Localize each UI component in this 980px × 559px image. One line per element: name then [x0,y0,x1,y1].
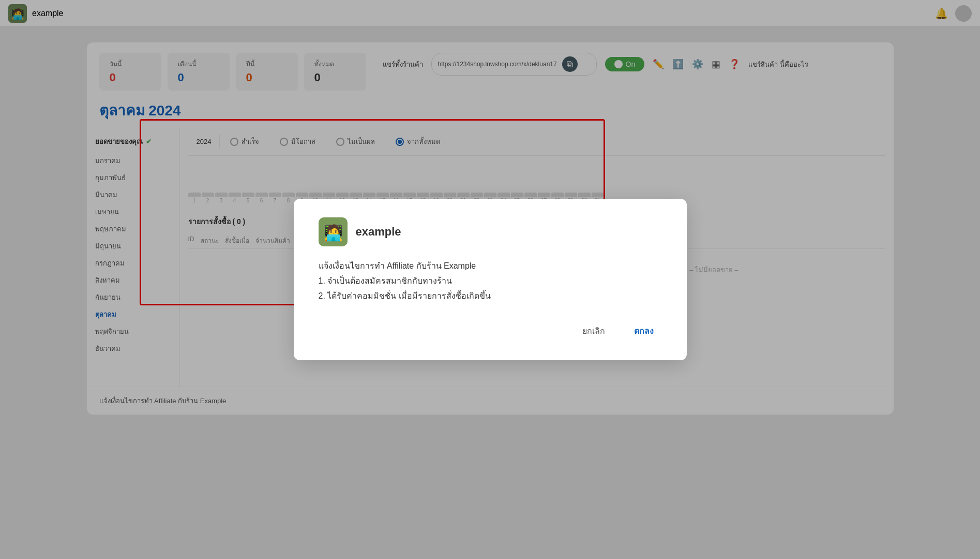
svg-text:🧑‍💻: 🧑‍💻 [323,224,343,242]
confirm-button[interactable]: ตกลง [626,320,662,342]
modal-header: 🧑‍💻 example [319,217,662,246]
modal-overlay: 🧑‍💻 example แจ้งเงื่อนไขการทำ Affiliate … [0,0,980,559]
modal-body-line3: 2. ได้รับค่าคอมมิชชั่น เมื่อมีรายการสั่ง… [319,289,662,304]
modal-dialog: 🧑‍💻 example แจ้งเงื่อนไขการทำ Affiliate … [294,199,687,360]
modal-body: แจ้งเงื่อนไขการทำ Affiliate กับร้าน Exam… [319,259,662,303]
modal-footer: ยกเลิก ตกลง [319,320,662,342]
cancel-button[interactable]: ยกเลิก [574,320,613,342]
modal-title: example [356,225,401,239]
modal-body-line2: 1. จำเป็นต้องสมัครสมาชิกกับทางร้าน [319,274,662,289]
modal-body-line1: แจ้งเงื่อนไขการทำ Affiliate กับร้าน Exam… [319,259,662,274]
modal-logo-icon: 🧑‍💻 [319,217,348,246]
